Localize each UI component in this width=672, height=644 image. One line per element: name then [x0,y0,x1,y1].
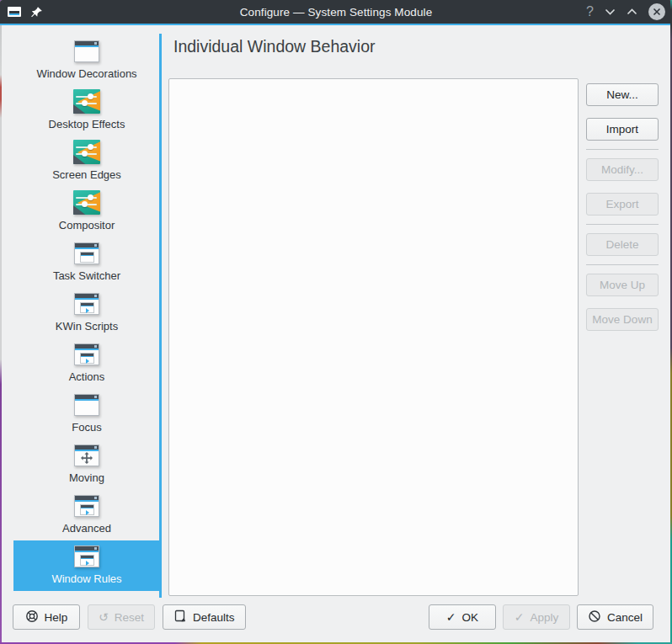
window-move-icon [73,442,100,468]
sidebar-item-window-rules[interactable]: Window Rules [13,540,160,591]
sidebar-item-label: Screen Edges [52,168,121,181]
footer-right-buttons: ✓OK✓ApplyCancel [429,604,653,630]
sidebar-item-moving[interactable]: Moving [13,439,160,490]
sidebar-item-screen-edges[interactable]: Screen Edges [13,136,160,187]
delete-button: Delete [586,233,659,256]
sidebar-item-label: Window Rules [51,572,121,585]
button-label: Cancel [607,611,643,624]
chevron-down-icon[interactable] [605,8,616,15]
sidebar-item-focus[interactable]: Focus [13,389,160,439]
sidebar-item-window-decorations[interactable]: Window Decorations [13,35,160,86]
sidebar-item-label: Desktop Effects [49,118,125,130]
sidebar-separator [159,34,162,598]
ok-button[interactable]: ✓OK [429,604,496,630]
defaults-revert-icon [173,609,187,625]
window-play-icon [73,290,100,317]
sidebar-item-label: Moving [69,471,104,484]
sidebar-item-desktop-effects[interactable]: Desktop Effects [13,86,160,136]
page-title: Individual Window Behavior [173,37,376,56]
footer-left-buttons: Help↺ResetDefaults [13,604,246,630]
check-icon: ✓ [515,611,525,624]
button-label: Move Up [600,279,645,291]
apply-button: ✓Apply [503,604,570,630]
window-plain-icon [73,391,100,418]
titlebar-right-icons: ? [586,0,665,24]
close-icon[interactable] [648,3,665,20]
sidebar-item-task-switcher[interactable]: Task Switcher [13,237,160,288]
cancel-icon [588,609,601,625]
desktop-effects-icon [73,189,100,216]
cancel-button[interactable]: Cancel [577,604,653,630]
sidebar-item-label: Actions [69,370,105,383]
window-inner-icon [73,240,100,266]
sidebar-item-label: Focus [72,421,101,434]
button-label: Help [45,611,68,624]
titlebar[interactable]: Configure — System Settings Module ? [0,0,672,25]
sidebar-item-advanced[interactable]: Advanced [13,490,160,540]
check-icon: ✓ [446,611,456,624]
reset-button: ↺Reset [88,604,155,630]
sidebar-item-kwin-scripts[interactable]: KWin Scripts [13,288,160,338]
dialog-button-box: Help↺ResetDefaults ✓OK✓ApplyCancel [0,604,672,630]
help-lifebuoy-icon [25,609,39,625]
button-label: Apply [530,611,558,624]
sidebar-item-label: Advanced [62,522,111,535]
button-label: Import [606,123,638,136]
sidebar-item-label: Window Decorations [36,67,136,80]
button-label: Defaults [193,611,235,624]
move-down-button: Move Down [586,308,659,331]
desktop-effects-icon [73,88,100,114]
dialog-content: Window DecorationsDesktop EffectsScreen … [0,25,672,644]
wallpaper-sliver-left [0,25,2,644]
sidebar-item-label: KWin Scripts [56,320,118,333]
sidebar-item-label: Task Switcher [53,269,120,282]
titlebar-help-icon[interactable]: ? [586,5,594,19]
button-label: Move Down [592,313,652,326]
help-button[interactable]: Help [13,604,80,630]
modify-button: Modify... [586,158,659,181]
rule-actions-column: New...ImportModify...ExportDeleteMove Up… [586,83,659,343]
button-label: New... [606,88,638,101]
window-title: Configure — System Settings Module [0,6,672,19]
window-plain-icon [73,38,100,64]
button-label: Modify... [601,163,643,176]
chevron-up-icon[interactable] [627,8,637,15]
window-play-icon [73,543,100,569]
sidebar-item-label: Compositor [59,219,115,232]
move-up-button: Move Up [586,274,659,296]
window-play-icon [73,341,100,367]
action-group-separator [586,264,659,265]
action-group-separator [586,224,659,225]
sidebar-item-actions[interactable]: Actions [13,338,160,389]
configure-dialog-window: Configure — System Settings Module ? Win… [0,0,672,644]
window-rules-list[interactable] [168,78,579,596]
defaults-button[interactable]: Defaults [163,604,246,630]
new-button[interactable]: New... [586,83,659,106]
import-button[interactable]: Import [586,118,659,141]
export-button: Export [586,193,659,216]
module-sidebar: Window DecorationsDesktop EffectsScreen … [13,35,160,591]
desktop-effects-icon [73,139,100,165]
button-label: OK [462,611,479,624]
sidebar-item-compositor[interactable]: Compositor [13,187,160,237]
button-label: Delete [605,238,638,251]
button-label: Export [605,198,638,210]
action-group-separator [586,149,659,150]
reset-undo-icon: ↺ [99,611,109,624]
button-label: Reset [115,611,144,624]
window-play-icon [73,492,100,519]
